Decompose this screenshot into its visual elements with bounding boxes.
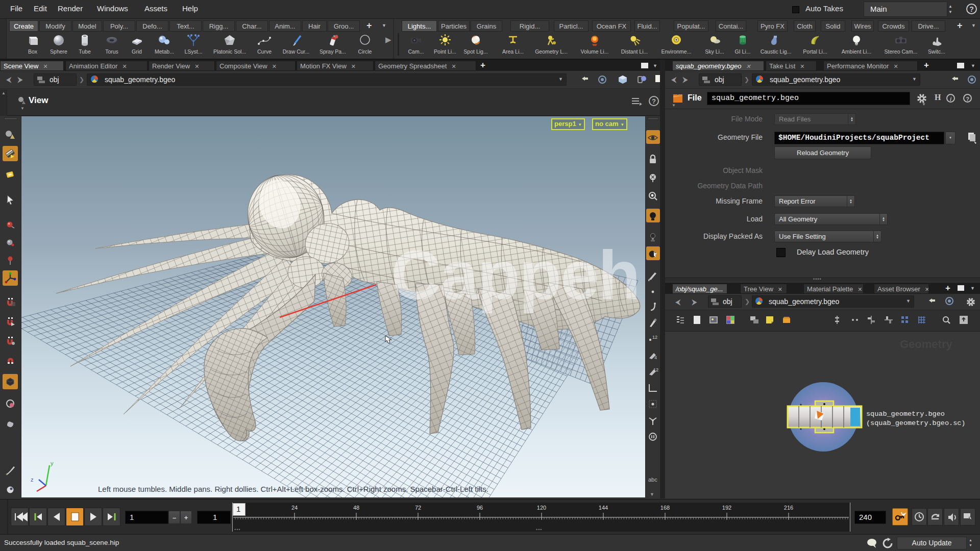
svg-text:12: 12	[653, 367, 658, 372]
svg-text:216: 216	[784, 505, 793, 511]
svg-text:96: 96	[477, 505, 483, 511]
svg-text:48: 48	[353, 505, 359, 511]
svg-text:72: 72	[415, 505, 421, 511]
svg-text:144: 144	[599, 505, 608, 511]
svg-text:120: 120	[537, 505, 546, 511]
svg-text:z: z	[31, 477, 34, 483]
svg-text:12: 12	[652, 335, 657, 340]
svg-text:168: 168	[660, 505, 670, 511]
svg-text:4: 4	[654, 355, 657, 360]
svg-text:24: 24	[291, 505, 298, 511]
svg-text:y: y	[51, 460, 54, 466]
svg-text:192: 192	[722, 505, 731, 511]
svg-text:Cappeh: Cappeh	[391, 236, 640, 314]
